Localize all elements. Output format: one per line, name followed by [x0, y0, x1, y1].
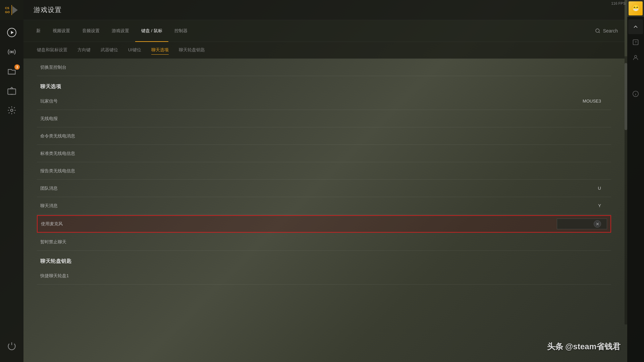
player-signal-label: 玩家信号: [40, 98, 554, 104]
tab-keyboard-mouse[interactable]: 键盘 / 鼠标: [135, 20, 168, 42]
svg-point-13: [635, 55, 637, 58]
chat-message-value[interactable]: Y: [554, 203, 608, 208]
right-item-user[interactable]: [628, 50, 643, 65]
console-row: 切换至控制台: [37, 59, 611, 76]
row-use-microphone: 使用麦克风 ✕: [37, 215, 611, 233]
right-nav: ?: [628, 19, 643, 101]
sidebar-item-folder[interactable]: 3: [2, 62, 22, 80]
sidebar-item-settings[interactable]: [2, 101, 22, 119]
main-tab-bar: 新 视频设置 音频设置 游戏设置 键盘 / 鼠标 控制器 Search: [23, 20, 625, 42]
subtab-chat-wheel[interactable]: 聊天轮盘钥匙: [179, 46, 205, 54]
watermark: 头条 @steam省钱君: [547, 341, 621, 352]
subtab-weapon[interactable]: 武器键位: [101, 46, 118, 54]
sidebar-bottom: [2, 337, 22, 362]
app-logo[interactable]: CS GO: [0, 0, 23, 20]
svg-text:?: ?: [635, 41, 637, 44]
clear-icon: ✕: [596, 222, 599, 227]
team-message-value[interactable]: U: [554, 186, 608, 191]
team-message-label: 团队消息: [40, 185, 554, 191]
sidebar-item-power[interactable]: [2, 337, 22, 355]
tab-controller[interactable]: 控制器: [168, 20, 194, 42]
sub-tab-bar: 键盘和鼠标设置 方向键 武器键位 UI键位 聊天选项 聊天轮盘钥匙: [23, 42, 625, 59]
row-standard-radio: 标准类无线电信息: [37, 145, 611, 162]
right-sidebar: 😁 ?: [627, 0, 644, 362]
row-chat-message: 聊天消息 Y: [37, 197, 611, 215]
fps-counter: 116 FPS: [611, 1, 626, 5]
scrollbar-thumb[interactable]: [625, 63, 627, 130]
svg-marker-6: [11, 31, 14, 34]
console-label: 切换至控制台: [40, 64, 554, 70]
row-quick-wheel1: 快捷聊天轮盘1: [37, 267, 611, 285]
tab-new[interactable]: 新: [30, 20, 47, 42]
main-content: 游戏设置 新 视频设置 音频设置 游戏设置 键盘 / 鼠标 控制器 Search: [23, 0, 625, 362]
svg-point-10: [11, 109, 13, 112]
chat-message-label: 聊天消息: [40, 203, 554, 209]
sidebar: CS GO: [0, 0, 23, 362]
svg-line-18: [599, 32, 600, 33]
svg-text:GO: GO: [5, 10, 10, 14]
settings-area: 切换至控制台 聊天选项 玩家信号 MOUSE3 无线电报 命令类无线电消息 标准…: [23, 59, 625, 362]
subtab-keyboard-settings[interactable]: 键盘和鼠标设置: [37, 46, 67, 54]
chat-wheel-heading: 聊天轮盘钥匙: [37, 251, 611, 267]
radio-label: 无线电报: [40, 116, 554, 122]
svg-point-17: [596, 29, 599, 33]
tab-audio[interactable]: 音频设置: [76, 20, 106, 42]
sidebar-item-signal[interactable]: [2, 43, 22, 61]
microphone-input-area: ✕: [553, 219, 607, 229]
sidebar-nav: 3: [2, 23, 22, 337]
player-signal-value[interactable]: MOUSE3: [554, 99, 608, 104]
search-area[interactable]: Search: [595, 28, 618, 34]
tab-video[interactable]: 视频设置: [47, 20, 76, 42]
avatar-image: 😁: [629, 1, 643, 15]
search-label: Search: [603, 28, 618, 34]
standard-radio-label: 标准类无线电信息: [40, 150, 554, 157]
svg-rect-8: [8, 89, 15, 94]
row-report-radio: 报告类无线电信息: [37, 162, 611, 180]
subtab-chat-options[interactable]: 聊天选项: [151, 46, 169, 55]
scrollbar-track: [625, 56, 627, 324]
search-icon: [595, 28, 600, 34]
subtab-direction[interactable]: 方向键: [77, 46, 91, 54]
folder-badge: 3: [14, 64, 20, 70]
tab-game[interactable]: 游戏设置: [106, 20, 135, 42]
row-radio: 无线电报: [37, 110, 611, 127]
report-radio-label: 报告类无线电信息: [40, 168, 554, 174]
row-team-message: 团队消息 U: [37, 180, 611, 197]
right-item-info[interactable]: [628, 86, 643, 101]
title-bar: 游戏设置: [23, 0, 625, 20]
command-radio-label: 命令类无线电消息: [40, 133, 554, 139]
subtab-ui[interactable]: UI键位: [128, 46, 141, 54]
microphone-clear-button[interactable]: ✕: [594, 220, 601, 228]
sidebar-item-tv[interactable]: [2, 82, 22, 100]
right-item-help[interactable]: ?: [628, 35, 643, 50]
chat-options-heading: 聊天选项: [37, 76, 611, 93]
right-item-chevron[interactable]: [628, 19, 643, 34]
sidebar-item-play[interactable]: [2, 23, 22, 42]
microphone-label: 使用麦克风: [41, 221, 553, 227]
page-title: 游戏设置: [34, 5, 62, 14]
user-avatar[interactable]: 😁: [627, 0, 644, 17]
row-player-signal: 玩家信号 MOUSE3: [37, 93, 611, 110]
disable-chat-label: 暂时禁止聊天: [40, 239, 554, 245]
row-command-radio: 命令类无线电消息: [37, 127, 611, 145]
svg-point-7: [11, 51, 13, 53]
svg-text:CS: CS: [5, 6, 9, 10]
row-disable-chat: 暂时禁止聊天: [37, 233, 611, 251]
quick-wheel1-label: 快捷聊天轮盘1: [40, 273, 554, 279]
